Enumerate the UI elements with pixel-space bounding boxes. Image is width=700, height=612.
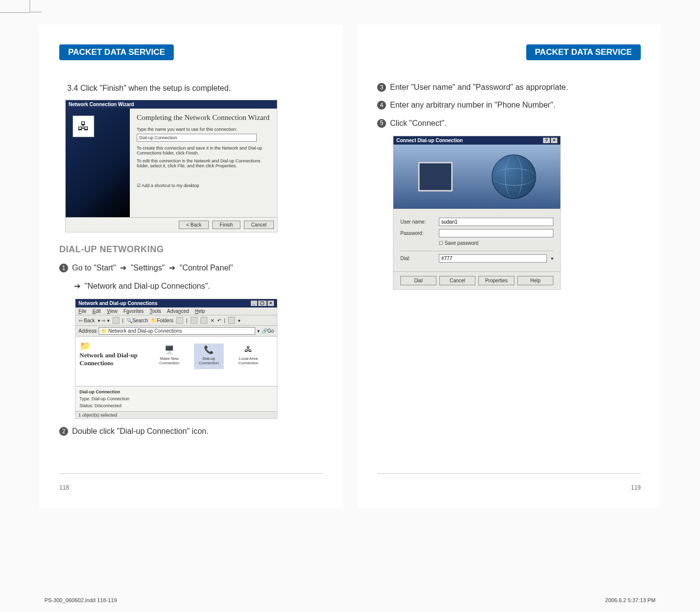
explorer-statusbar: 1 object(s) selected <box>76 411 277 419</box>
wizard-prompt: Type the name you want to use for this c… <box>137 127 270 132</box>
search-button[interactable]: 🔍Search <box>126 318 148 323</box>
explorer-heading: Network and Dial-up Connections <box>79 351 149 367</box>
step-4-number: 4 <box>377 101 386 110</box>
page-number-left: 118 <box>59 484 69 491</box>
help-button[interactable]: Help <box>517 276 553 285</box>
explorer-address-bar: Address 📁 Network and Dial-up Connection… <box>76 326 277 337</box>
connect-cancel-button[interactable]: Cancel <box>439 276 475 285</box>
menu-help[interactable]: Help <box>195 308 205 314</box>
icon-dialup[interactable]: 📞 Dial-up Connection <box>194 344 224 369</box>
section-badge-left: PACKET DATA SERVICE <box>59 44 174 60</box>
copyto-icon[interactable] <box>200 317 207 324</box>
icon-lan[interactable]: 🖧 Local Area Connection <box>233 344 263 369</box>
address-input[interactable]: 📁 Network and Dial-up Connections <box>99 327 255 335</box>
icon-make-new[interactable]: 🖥️ Make New Connection <box>155 344 184 369</box>
menu-tools[interactable]: Tools <box>150 308 161 314</box>
close-icon[interactable]: × <box>551 138 557 143</box>
connect-titlebar: Connect Dial-up Connection ?× <box>393 136 560 145</box>
address-label: Address <box>78 328 97 334</box>
wizard-cancel-button[interactable]: Cancel <box>244 221 274 229</box>
wizard-titlebar: Network Connection Wizard <box>66 100 277 109</box>
footer-metadata: PS-300_060602.indd 118-119 2006.6.2 5:37… <box>44 597 656 603</box>
explorer-screenshot: Network and Dial-up Connections _▢× File… <box>75 299 277 419</box>
menu-view[interactable]: View <box>107 308 117 314</box>
footer-filename: PS-300_060602.indd 118-119 <box>44 597 117 603</box>
footer-timestamp: 2006.6.2 5:37:13 PM <box>605 597 656 603</box>
step-3-number: 3 <box>377 83 386 92</box>
username-input[interactable] <box>439 218 553 226</box>
step-1-cont: ➔ "Network and Dial-up Connections". <box>72 281 323 292</box>
selected-type: Type: Dial-up Connection <box>79 396 273 401</box>
explorer-menu[interactable]: File Edit View Favorites Tools Advanced … <box>76 307 277 315</box>
up-icon[interactable] <box>113 317 119 324</box>
arrow-icon: ➔ <box>74 281 80 292</box>
menu-advanced[interactable]: Advanced <box>167 308 189 314</box>
dial-label: Dial: <box>400 256 435 261</box>
wizard-input[interactable]: Dial-up Connection <box>137 134 257 142</box>
dial-button[interactable]: Dial <box>400 276 436 285</box>
properties-button[interactable]: Properties <box>478 276 514 285</box>
wizard-heading: Completing the Network Connection Wizard <box>137 114 270 122</box>
connect-dialog-screenshot: Connect Dial-up Connection ?× User name:… <box>393 136 561 290</box>
close-icon[interactable]: × <box>268 301 274 306</box>
step-3-4: 3.4 Click "Finish" when the setup is com… <box>67 83 323 94</box>
wizard-side-art: 🖧 <box>66 109 130 217</box>
dial-dropdown-icon[interactable]: ▾ <box>551 256 553 261</box>
minimize-icon[interactable]: _ <box>251 301 257 306</box>
page-spread: PACKET DATA SERVICE 3.4 Click "Finish" w… <box>0 0 700 523</box>
go-button[interactable]: 🔗Go <box>262 328 274 334</box>
step-1: 1 Go to "Start" ➔ "Settings" ➔ "Control … <box>59 263 323 273</box>
right-page: PACKET DATA SERVICE 3 Enter "User name" … <box>357 25 661 508</box>
selected-status: Status: Disconnected <box>79 403 273 408</box>
wizard-finish-button[interactable]: Finish <box>212 221 240 229</box>
help-icon[interactable]: ? <box>543 138 550 143</box>
moveto-icon[interactable] <box>191 317 197 324</box>
wizard-icon: 🖧 <box>73 115 94 137</box>
left-page: PACKET DATA SERVICE 3.4 Click "Finish" w… <box>39 25 343 508</box>
dial-input[interactable] <box>439 254 547 263</box>
explorer-titlebar: Network and Dial-up Connections _▢× <box>76 299 277 307</box>
step-2: 2 Double click "Dial-up Connection" icon… <box>59 426 323 437</box>
undo-icon[interactable]: ↶ <box>217 318 221 323</box>
history-icon[interactable] <box>176 317 183 324</box>
maximize-icon[interactable]: ▢ <box>258 301 267 306</box>
password-label: Password: <box>400 230 435 236</box>
username-label: User name: <box>400 219 435 225</box>
arrow-icon: ➔ <box>120 263 126 273</box>
wizard-checkbox[interactable]: ☑ Add a shortcut to my desktop <box>137 183 270 188</box>
step-5: 5 Click "Connect". <box>377 118 641 129</box>
section-badge-right: PACKET DATA SERVICE <box>526 44 641 60</box>
explorer-toolbar: ⇦ Back ▾ ⇨ ▾ | 🔍Search 📁Folders | ✕ ↶ | … <box>76 315 277 326</box>
globe-icon <box>492 154 536 199</box>
step-5-number: 5 <box>377 119 386 128</box>
arrow-icon: ➔ <box>169 263 175 273</box>
menu-edit[interactable]: Edit <box>92 308 101 314</box>
save-password-checkbox[interactable]: ☐ Save password <box>439 240 553 246</box>
delete-icon[interactable]: ✕ <box>210 318 214 323</box>
wizard-screenshot: Network Connection Wizard 🖧 Completing t… <box>65 100 277 232</box>
connect-art <box>393 145 560 209</box>
page-number-right: 119 <box>631 484 641 491</box>
views-icon[interactable] <box>228 317 235 324</box>
step-3: 3 Enter "User name" and "Password" as ap… <box>377 82 641 93</box>
step-4: 4 Enter any arbitrary number in "Phone N… <box>377 100 641 111</box>
back-button[interactable]: ⇦ Back <box>78 318 95 323</box>
password-input[interactable] <box>439 229 553 237</box>
menu-file[interactable]: File <box>78 308 86 314</box>
menu-favorites[interactable]: Favorites <box>123 308 144 314</box>
wizard-back-button[interactable]: < Back <box>179 221 209 229</box>
step-1-number: 1 <box>59 264 68 272</box>
folders-button[interactable]: 📁Folders <box>151 318 173 323</box>
wizard-desc1: To create this connection and save it in… <box>137 146 270 155</box>
dialup-heading: DIAL-UP NETWORKING <box>59 244 323 255</box>
wizard-desc2: To edit this connection in the Network a… <box>137 158 270 168</box>
selected-name: Dial-up Connection <box>79 389 273 394</box>
step-2-number: 2 <box>59 427 68 436</box>
monitor-icon <box>418 162 453 191</box>
